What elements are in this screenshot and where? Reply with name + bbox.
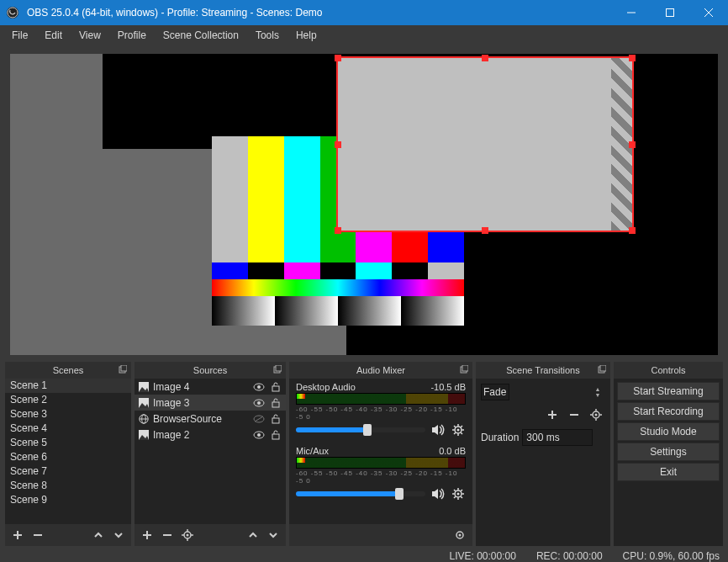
menu-edit[interactable]: Edit — [36, 27, 71, 44]
mixer-settings-button[interactable] — [451, 526, 469, 544]
svg-point-47 — [457, 429, 460, 432]
lock-toggle[interactable] — [269, 430, 282, 440]
scene-item[interactable]: Scene 6 — [5, 450, 131, 464]
svg-line-64 — [461, 496, 462, 498]
volume-slider[interactable] — [296, 427, 425, 432]
resize-handle[interactable] — [629, 141, 636, 148]
status-bar: LIVE: 00:00:00 REC: 00:00:00 CPU: 0.9%, … — [0, 546, 728, 562]
scene-item[interactable]: Scene 2 — [5, 393, 131, 407]
resize-handle[interactable] — [482, 55, 488, 61]
transition-select[interactable]: Fade — [481, 384, 509, 400]
source-item[interactable]: Image 2 — [135, 427, 286, 443]
svg-point-75 — [595, 414, 598, 416]
resize-handle[interactable] — [629, 55, 636, 61]
scenes-panel-title: Scenes — [53, 365, 84, 375]
resize-handle[interactable] — [629, 227, 636, 234]
add-scene-button[interactable] — [8, 526, 27, 544]
add-source-button[interactable] — [138, 526, 156, 544]
gear-icon[interactable] — [451, 422, 466, 437]
remove-transition-button[interactable] — [565, 406, 583, 424]
window-maximize-button[interactable] — [651, 0, 689, 25]
start-streaming-button[interactable]: Start Streaming — [617, 382, 720, 400]
remove-source-button[interactable] — [158, 526, 177, 544]
lock-toggle[interactable] — [269, 414, 282, 424]
lock-toggle[interactable] — [269, 382, 282, 392]
source-move-down-button[interactable] — [264, 526, 282, 544]
scene-item[interactable]: Scene 4 — [5, 422, 131, 436]
preview-area — [0, 45, 728, 357]
popout-icon[interactable] — [596, 363, 608, 375]
audio-meter — [296, 393, 466, 405]
duration-input[interactable] — [522, 429, 593, 446]
svg-line-55 — [454, 432, 456, 434]
menu-bar: File Edit View Profile Scene Collection … — [0, 25, 728, 45]
speaker-icon[interactable] — [430, 486, 446, 501]
audio-scale: -60 -55 -50 -45 -40 -35 -30 -25 -20 -15 … — [296, 469, 466, 485]
menu-help[interactable]: Help — [288, 27, 325, 44]
scenes-panel-header: Scenes — [5, 362, 131, 379]
source-move-up-button[interactable] — [244, 526, 262, 544]
menu-file[interactable]: File — [3, 27, 36, 44]
controls-panel-title: Controls — [652, 365, 686, 375]
image-icon — [138, 429, 150, 441]
scene-item[interactable]: Scene 8 — [5, 479, 131, 493]
svg-line-63 — [454, 490, 456, 491]
resize-handle[interactable] — [335, 55, 341, 61]
svg-rect-12 — [276, 365, 282, 371]
start-recording-button[interactable]: Start Recording — [617, 402, 720, 421]
image-icon — [138, 381, 150, 393]
transitions-panel-header: Scene Transitions — [476, 362, 610, 379]
popout-icon[interactable] — [458, 363, 470, 375]
scene-item[interactable]: Scene 5 — [5, 436, 131, 450]
visibility-toggle[interactable] — [252, 431, 266, 439]
audio-scale: -60 -55 -50 -45 -40 -35 -30 -25 -20 -15 … — [296, 406, 466, 421]
source-item[interactable]: Image 3 — [135, 395, 286, 411]
resize-handle[interactable] — [335, 141, 341, 148]
menu-tools[interactable]: Tools — [247, 27, 288, 44]
mixer-channel-db: 0.0 dB — [439, 446, 466, 456]
mixer-channel-db: -10.5 dB — [430, 382, 466, 392]
popout-icon[interactable] — [117, 363, 129, 375]
popout-icon[interactable] — [272, 363, 283, 375]
status-live: LIVE: 00:00:00 — [449, 550, 515, 562]
sources-panel: Sources Image 4 Image 3 — [135, 362, 286, 546]
gear-icon[interactable] — [451, 486, 466, 501]
scene-item[interactable]: Scene 9 — [5, 493, 131, 507]
mixer-panel-title: Audio Mixer — [356, 365, 405, 375]
window-titlebar: OBS 25.0.4 (64-bit, windows) - Profile: … — [0, 0, 728, 25]
window-minimize-button[interactable] — [612, 0, 651, 25]
visibility-toggle[interactable] — [252, 415, 266, 423]
visibility-toggle[interactable] — [252, 399, 266, 407]
scene-item[interactable]: Scene 3 — [5, 407, 131, 422]
transition-settings-button[interactable] — [587, 406, 605, 424]
svg-point-0 — [7, 7, 18, 19]
speaker-icon[interactable] — [430, 422, 446, 437]
scene-move-up-button[interactable] — [89, 526, 108, 544]
source-properties-button[interactable] — [178, 526, 197, 544]
resize-handle[interactable] — [482, 227, 488, 234]
resize-handle[interactable] — [335, 227, 341, 234]
menu-profile[interactable]: Profile — [109, 27, 155, 44]
settings-button[interactable]: Settings — [617, 443, 720, 461]
preview-source-image3-selected[interactable] — [338, 58, 632, 231]
window-close-button[interactable] — [689, 0, 728, 25]
preview-canvas[interactable] — [10, 54, 718, 355]
lock-toggle[interactable] — [269, 398, 282, 408]
menu-scene-collection[interactable]: Scene Collection — [155, 27, 247, 44]
svg-point-16 — [257, 385, 261, 389]
scene-item[interactable]: Scene 1 — [5, 379, 131, 393]
scene-move-down-button[interactable] — [109, 526, 128, 544]
svg-rect-22 — [272, 402, 279, 407]
add-transition-button[interactable] — [543, 406, 562, 424]
remove-scene-button[interactable] — [29, 526, 47, 544]
source-item[interactable]: BrowserSource — [135, 411, 286, 427]
exit-button[interactable]: Exit — [617, 463, 720, 481]
menu-view[interactable]: View — [71, 27, 109, 44]
scene-item[interactable]: Scene 7 — [5, 464, 131, 479]
source-label: Image 3 — [153, 397, 249, 409]
svg-line-65 — [461, 490, 462, 491]
volume-slider[interactable] — [296, 491, 425, 496]
studio-mode-button[interactable]: Studio Mode — [617, 422, 720, 441]
source-item[interactable]: Image 4 — [135, 379, 286, 395]
visibility-toggle[interactable] — [252, 383, 266, 391]
